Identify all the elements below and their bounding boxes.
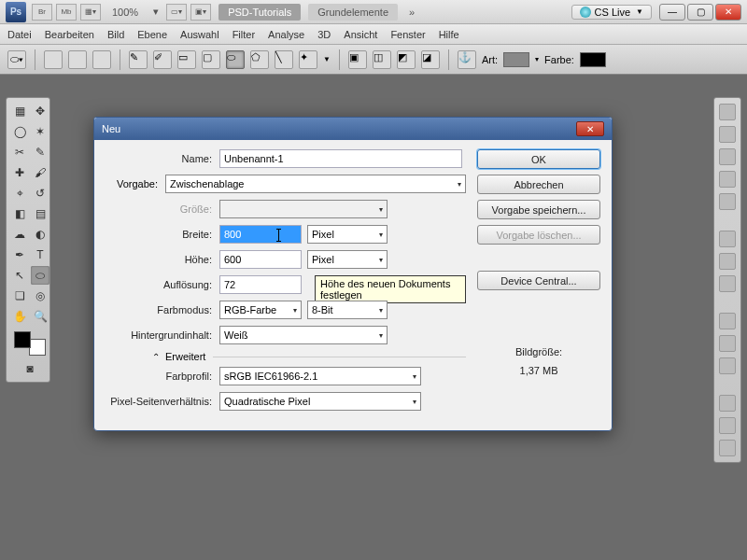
path-select-icon[interactable]: ↖ bbox=[10, 266, 29, 285]
panel-icon[interactable] bbox=[719, 253, 736, 270]
breite-unit-select[interactable]: Pixel bbox=[307, 225, 388, 244]
chevron-down-icon[interactable]: ▾ bbox=[535, 55, 539, 63]
ellipse-preset-icon[interactable]: ⬭▾ bbox=[7, 50, 26, 69]
panel-icon[interactable] bbox=[719, 440, 736, 456]
history-brush-icon[interactable]: ↺ bbox=[31, 184, 49, 203]
custom-shape-icon[interactable]: ✦ bbox=[299, 50, 317, 69]
path-combine3-icon[interactable]: ◩ bbox=[397, 50, 416, 69]
menu-filter[interactable]: Filter bbox=[233, 29, 255, 40]
breite-input[interactable]: 800 bbox=[219, 225, 302, 244]
ellipse-shape-icon[interactable]: ⬭ bbox=[226, 50, 245, 69]
erweitert-label[interactable]: Erweitert bbox=[165, 351, 205, 362]
panel-icon[interactable] bbox=[719, 395, 736, 412]
name-input[interactable]: Unbenannt-1 bbox=[219, 149, 462, 168]
eyedropper-tool-icon[interactable]: ✎ bbox=[31, 143, 49, 161]
device-central-button[interactable]: Device Central... bbox=[477, 271, 600, 290]
gradient-tool-icon[interactable]: ▤ bbox=[31, 204, 49, 223]
screen-mode-icon[interactable]: ▣▾ bbox=[190, 4, 211, 21]
rect-shape-icon[interactable]: ▭ bbox=[177, 50, 196, 69]
link-icon[interactable]: ⚓ bbox=[458, 50, 476, 69]
blur-tool-icon[interactable]: ☁ bbox=[10, 225, 29, 244]
polygon-shape-icon[interactable]: ⬠ bbox=[250, 50, 269, 69]
minimize-button[interactable]: — bbox=[659, 4, 685, 21]
pixel-sv-select[interactable]: Quadratische Pixel bbox=[219, 392, 421, 411]
hginhalt-select[interactable]: Weiß bbox=[219, 326, 388, 344]
close-button[interactable]: ✕ bbox=[715, 4, 741, 21]
menu-ansicht[interactable]: Ansicht bbox=[344, 29, 377, 40]
shape-layer-icon[interactable] bbox=[44, 50, 63, 69]
move-tool-icon[interactable]: ▦ bbox=[10, 102, 29, 120]
dialog-close-button[interactable]: ✕ bbox=[576, 121, 604, 136]
menu-auswahl[interactable]: Auswahl bbox=[180, 29, 219, 40]
pen-tool-icon[interactable]: ✒ bbox=[10, 245, 29, 264]
panel-icon[interactable] bbox=[719, 335, 736, 352]
path-combine4-icon[interactable]: ◪ bbox=[421, 50, 440, 69]
cs-live-button[interactable]: CS Live ▼ bbox=[571, 5, 652, 20]
path-combine2-icon[interactable]: ◫ bbox=[373, 50, 391, 69]
zoom-level[interactable]: 100% bbox=[112, 7, 138, 18]
pen-icon[interactable]: ✎ bbox=[129, 50, 148, 69]
view-extras-icon[interactable]: ▦▾ bbox=[80, 4, 101, 21]
menu-bild[interactable]: Bild bbox=[107, 29, 124, 40]
lasso-tool-icon[interactable]: ◯ bbox=[10, 122, 29, 141]
panel-icon[interactable] bbox=[719, 148, 736, 165]
menu-fenster[interactable]: Fenster bbox=[390, 29, 425, 40]
farbmodus-select[interactable]: RGB-Farbe bbox=[219, 301, 302, 319]
ok-button[interactable]: OK bbox=[477, 149, 600, 169]
3d-camera-icon[interactable]: ◎ bbox=[31, 287, 49, 305]
photoshop-logo[interactable]: Ps bbox=[6, 2, 26, 22]
dialog-titlebar[interactable]: Neu ✕ bbox=[94, 118, 612, 140]
panel-icon[interactable] bbox=[719, 126, 736, 143]
zoom-tool-icon[interactable]: 🔍 bbox=[31, 307, 49, 326]
workspace-tab-active[interactable]: PSD-Tutorials bbox=[218, 4, 301, 21]
menu-ebene[interactable]: Ebene bbox=[137, 29, 167, 40]
panel-icon[interactable] bbox=[719, 193, 736, 210]
menu-analyse[interactable]: Analyse bbox=[268, 29, 304, 40]
eraser-tool-icon[interactable]: ◧ bbox=[10, 204, 29, 223]
type-tool-icon[interactable]: T bbox=[31, 245, 49, 264]
panel-icon[interactable] bbox=[719, 104, 736, 120]
arrange-icon[interactable]: ▭▾ bbox=[166, 4, 187, 21]
3d-tool-icon[interactable]: ❏ bbox=[10, 287, 29, 305]
menu-hilfe[interactable]: Hilfe bbox=[439, 29, 459, 40]
vorgabe-speichern-button[interactable]: Vorgabe speichern... bbox=[477, 200, 600, 219]
panel-icon[interactable] bbox=[719, 357, 736, 374]
move-arrow-icon[interactable]: ✥ bbox=[31, 102, 49, 120]
panel-icon[interactable] bbox=[719, 231, 736, 247]
vorgabe-select[interactable]: Zwischenablage bbox=[165, 175, 466, 193]
menu-bearbeiten[interactable]: Bearbeiten bbox=[45, 29, 94, 40]
crop-tool-icon[interactable]: ✂ bbox=[10, 143, 29, 161]
path-combine1-icon[interactable]: ▣ bbox=[348, 50, 367, 69]
line-shape-icon[interactable]: ╲ bbox=[275, 50, 293, 69]
healing-tool-icon[interactable]: ✚ bbox=[10, 163, 29, 182]
menu-datei[interactable]: Datei bbox=[7, 29, 32, 40]
farbprofil-select[interactable]: sRGB IEC61966-2.1 bbox=[219, 367, 421, 385]
panel-icon[interactable] bbox=[719, 171, 736, 188]
fg-color-swatch[interactable] bbox=[14, 331, 31, 348]
farbtiefe-select[interactable]: 8-Bit bbox=[307, 301, 388, 319]
hand-tool-icon[interactable]: ✋ bbox=[10, 307, 29, 326]
aufloesung-input[interactable]: 72 bbox=[219, 275, 302, 294]
panel-icon[interactable] bbox=[719, 313, 736, 329]
minibridge-icon[interactable]: Mb bbox=[56, 4, 77, 21]
panel-icon[interactable] bbox=[719, 275, 736, 292]
style-swatch[interactable] bbox=[503, 52, 529, 67]
zoom-dropdown-icon[interactable]: ▾ bbox=[153, 6, 159, 18]
panel-icon[interactable] bbox=[719, 417, 736, 434]
abbrechen-button[interactable]: Abbrechen bbox=[477, 175, 600, 194]
stamp-tool-icon[interactable]: ⌖ bbox=[10, 184, 29, 203]
hoehe-unit-select[interactable]: Pixel bbox=[307, 250, 388, 269]
quickmask-icon[interactable]: ◙ bbox=[10, 359, 49, 378]
menu-3d[interactable]: 3D bbox=[317, 29, 331, 40]
workspace-tab-inactive[interactable]: Grundelemente bbox=[308, 4, 398, 21]
rounded-rect-icon[interactable]: ▢ bbox=[202, 50, 220, 69]
bg-color-swatch[interactable] bbox=[29, 339, 46, 356]
collapse-icon[interactable]: ⌃ bbox=[106, 352, 165, 362]
maximize-button[interactable]: ▢ bbox=[687, 4, 713, 21]
more-workspaces-icon[interactable]: » bbox=[409, 7, 415, 18]
hoehe-input[interactable]: 600 bbox=[219, 250, 302, 269]
dodge-tool-icon[interactable]: ◐ bbox=[31, 225, 49, 244]
wand-tool-icon[interactable]: ✶ bbox=[31, 122, 49, 141]
fill-pixels-icon[interactable] bbox=[92, 50, 111, 69]
chevron-down-icon[interactable]: ▼ bbox=[323, 55, 331, 63]
